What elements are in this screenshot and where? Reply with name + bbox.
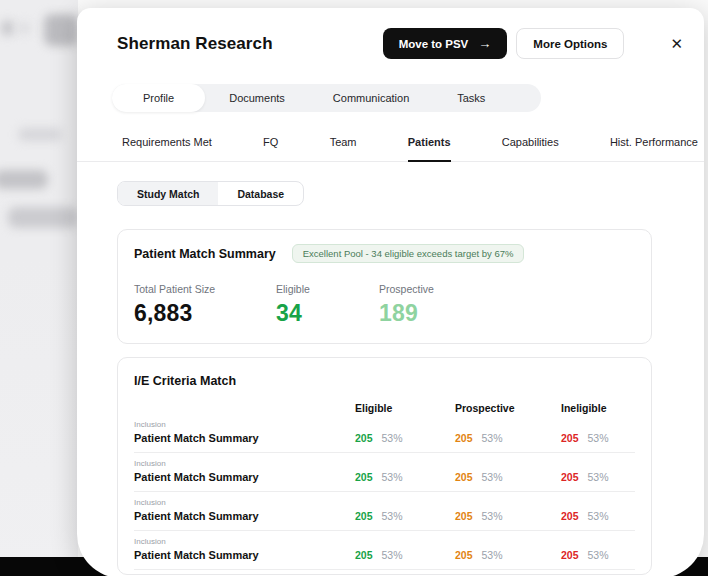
criteria-table-header: Eligible Prospective Ineligible: [134, 402, 635, 414]
criteria-row: Inclusion Patient Match Summary 205 53% …: [134, 414, 635, 453]
ineligible-cell: 205 53%: [561, 432, 635, 444]
page-title: Sherman Research: [117, 34, 273, 54]
stat-eligible: Eligible 34: [276, 283, 379, 327]
eligible-pct: 53%: [382, 471, 403, 483]
stat-label: Prospective: [379, 283, 434, 295]
eligible-cell: 205 53%: [355, 471, 455, 483]
background-page: [0, 0, 78, 576]
tab-tasks[interactable]: Tasks: [433, 84, 509, 112]
ineligible-pct: 53%: [588, 510, 609, 522]
modal-header: Sherman Research Move to PSV → More Opti…: [77, 8, 704, 59]
eligible-cell: 205 53%: [355, 549, 455, 561]
ie-criteria-match-card: I/E Criteria Match Eligible Prospective …: [117, 357, 652, 575]
criteria-name: Patient Match Summary: [134, 432, 355, 444]
criteria-row: Inclusion Patient Match Summary 205 53% …: [134, 531, 635, 570]
ineligible-value: 205: [561, 432, 579, 444]
criteria-category: Inclusion: [134, 459, 355, 468]
prospective-cell: 205 53%: [455, 510, 561, 522]
criteria-row-label: Inclusion Patient Match Summary: [134, 498, 355, 522]
tab-documents[interactable]: Documents: [205, 84, 309, 112]
toggle-database[interactable]: Database: [218, 182, 303, 205]
prospective-pct: 53%: [482, 510, 503, 522]
subtab-patients[interactable]: Patients: [408, 136, 451, 162]
study-match-database-toggle: Study Match Database: [117, 181, 304, 206]
criteria-table-body: Inclusion Patient Match Summary 205 53% …: [134, 414, 635, 575]
stat-prospective: Prospective 189: [379, 283, 434, 327]
blurred-background-shape: [18, 128, 62, 141]
blurred-background-shape: [44, 14, 78, 46]
subtab-capabilities[interactable]: Capabilities: [502, 136, 559, 162]
prospective-value: 205: [455, 549, 473, 561]
prospective-cell: 205 53%: [455, 549, 561, 561]
summary-stats: Total Patient Size 6,883 Eligible 34 Pro…: [134, 283, 635, 327]
arrow-right-icon: →: [478, 36, 491, 51]
patient-match-summary-card: Patient Match Summary Excellent Pool - 3…: [117, 229, 652, 344]
eligible-value: 205: [355, 471, 373, 483]
ineligible-value: 205: [561, 510, 579, 522]
ineligible-cell: 205 53%: [561, 510, 635, 522]
prospective-pct: 53%: [482, 549, 503, 561]
close-icon[interactable]: ✕: [670, 36, 683, 51]
criteria-name: Patient Match Summary: [134, 510, 355, 522]
blurred-background-shape: [1, 20, 14, 36]
move-to-psv-label: Move to PSV: [399, 38, 469, 50]
screen: Sherman Research Move to PSV → More Opti…: [0, 0, 708, 576]
criteria-name: Patient Match Summary: [134, 549, 355, 561]
ineligible-cell: 205 53%: [561, 471, 635, 483]
main-tab-bar: Profile Documents Communication Tasks: [112, 84, 541, 112]
stat-label: Total Patient Size: [134, 283, 276, 295]
eligible-pct: 53%: [382, 432, 403, 444]
excellent-pool-badge: Excellent Pool - 34 eligible exceeds tar…: [292, 244, 525, 263]
eligible-value: 205: [355, 549, 373, 561]
subtab-requirements-met[interactable]: Requirements Met: [122, 136, 212, 162]
blurred-background-shape: [0, 170, 48, 189]
column-header-ineligible: Ineligible: [561, 402, 635, 414]
stat-label: Eligible: [276, 283, 379, 295]
column-header-prospective: Prospective: [455, 402, 561, 414]
profile-sub-tab-bar: Requirements Met FQ Team Patients Capabi…: [77, 136, 704, 162]
column-header-eligible: Eligible: [355, 402, 455, 414]
ineligible-pct: 53%: [588, 549, 609, 561]
toggle-study-match[interactable]: Study Match: [118, 182, 218, 205]
eligible-cell: 205 53%: [355, 510, 455, 522]
subtab-hist-performance[interactable]: Hist. Performance: [610, 136, 698, 162]
criteria-category: Inclusion: [134, 537, 355, 546]
criteria-row-label: Inclusion Patient Match Summary: [134, 459, 355, 483]
criteria-row: Inclusion Patient Match Summary 205 53% …: [134, 453, 635, 492]
criteria-category: Inclusion: [134, 420, 355, 429]
tab-profile[interactable]: Profile: [112, 84, 205, 112]
blurred-background-shape: [8, 207, 78, 228]
stat-total-patient-size: Total Patient Size 6,883: [134, 283, 276, 327]
summary-card-title: Patient Match Summary: [134, 247, 276, 261]
eligible-pct: 53%: [382, 549, 403, 561]
ineligible-value: 205: [561, 549, 579, 561]
ineligible-value: 205: [561, 471, 579, 483]
prospective-cell: 205 53%: [455, 471, 561, 483]
criteria-row-label: Inclusion Patient Match Summary: [134, 537, 355, 561]
eligible-pct: 53%: [382, 510, 403, 522]
prospective-value: 205: [455, 471, 473, 483]
subtab-team[interactable]: Team: [330, 136, 357, 162]
tab-communication[interactable]: Communication: [309, 84, 433, 112]
criteria-name: Patient Match Summary: [134, 471, 355, 483]
blurred-background-shape: [17, 22, 31, 34]
criteria-row-label: Inclusion Patient Match Summary: [134, 420, 355, 444]
prospective-value: 205: [455, 510, 473, 522]
prospective-pct: 53%: [482, 471, 503, 483]
header-actions: Move to PSV → More Options ✕: [383, 28, 684, 59]
stat-value: 34: [276, 300, 379, 327]
eligible-value: 205: [355, 510, 373, 522]
summary-card-header: Patient Match Summary Excellent Pool - 3…: [134, 244, 635, 263]
column-spacer: [134, 402, 355, 414]
move-to-psv-button[interactable]: Move to PSV →: [383, 28, 508, 59]
subtab-fq[interactable]: FQ: [263, 136, 278, 162]
criteria-card-title: I/E Criteria Match: [134, 374, 635, 388]
criteria-row: Inclusion Patient Match Summary 205 53% …: [134, 570, 635, 575]
prospective-value: 205: [455, 432, 473, 444]
ineligible-pct: 53%: [588, 471, 609, 483]
eligible-cell: 205 53%: [355, 432, 455, 444]
more-options-button[interactable]: More Options: [516, 28, 624, 59]
criteria-row: Inclusion Patient Match Summary 205 53% …: [134, 492, 635, 531]
ineligible-pct: 53%: [588, 432, 609, 444]
criteria-category: Inclusion: [134, 498, 355, 507]
